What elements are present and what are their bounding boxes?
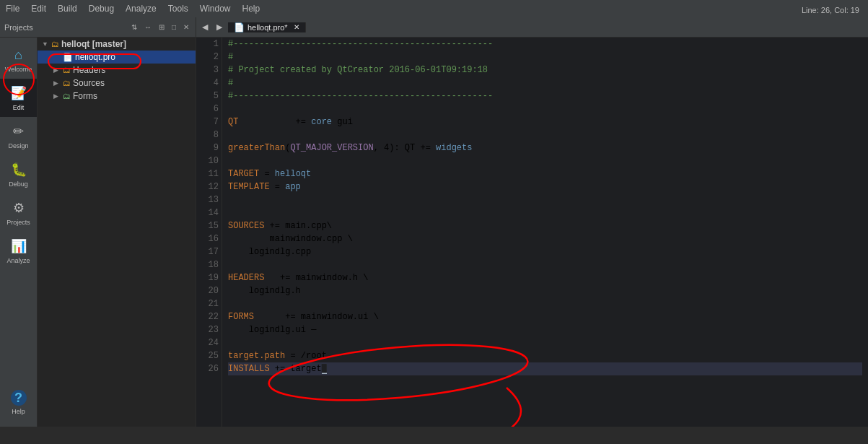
- sidebar-label-projects: Projects: [6, 219, 30, 226]
- code-line[interactable]: HEADERS += mainwindow.h \: [228, 271, 862, 284]
- sidebar-item-projects[interactable]: ⚙ Projects: [0, 193, 37, 232]
- line-number: 4: [199, 77, 219, 90]
- code-line[interactable]: [228, 193, 862, 206]
- line-number: 7: [199, 116, 219, 129]
- headers-arrow-icon: ▶: [53, 66, 61, 74]
- menu-edit[interactable]: Edit: [25, 2, 52, 15]
- menu-build[interactable]: Build: [52, 2, 83, 15]
- debug-icon: 🐛: [10, 161, 27, 178]
- help-icon: ?: [11, 390, 27, 406]
- code-line[interactable]: QT += core gui: [228, 116, 862, 129]
- code-line[interactable]: [228, 258, 862, 271]
- sidebar-label-analyze: Analyze: [6, 257, 30, 264]
- tree-node-root[interactable]: ▼ 🗂 helloqt [master]: [38, 38, 196, 51]
- line-number: 21: [199, 297, 219, 310]
- tree-node-forms[interactable]: ▶ 🗂 Forms: [38, 90, 196, 103]
- tab-label: helloqt.pro*: [247, 23, 288, 32]
- line-number: 8: [199, 129, 219, 142]
- line-number: 14: [199, 206, 219, 219]
- sidebar-item-analyze[interactable]: 📊 Analyze: [0, 232, 37, 270]
- statusbar: Line: 26, Col: 19: [793, 0, 868, 20]
- menu-help[interactable]: Help: [237, 2, 266, 15]
- tree-node-sources[interactable]: ▶ 🗂 Sources: [38, 77, 196, 90]
- code-line[interactable]: #---------------------------------------…: [228, 38, 862, 51]
- code-line[interactable]: greaterThan(QT_MAJOR_VERSION, 4): QT += …: [228, 142, 862, 154]
- sidebar-label-design: Design: [8, 142, 28, 149]
- code-line[interactable]: TEMPLATE = app: [228, 180, 862, 193]
- tab-close-btn[interactable]: ✕: [294, 23, 299, 31]
- code-line[interactable]: logindlg.ui —: [228, 323, 862, 336]
- line-number: 19: [199, 271, 219, 284]
- line-number: 5: [199, 90, 219, 103]
- sidebar-item-help[interactable]: ? Help: [0, 384, 37, 421]
- menubar: File Edit Build Debug Analyze Tools Wind…: [0, 0, 868, 17]
- tab-nav-right-btn[interactable]: ▶: [214, 21, 225, 33]
- tree-node-helloqt-pro-label: helloqt.pro: [75, 52, 115, 62]
- code-line[interactable]: [228, 206, 862, 219]
- line-number: 22: [199, 310, 219, 323]
- menu-analyze[interactable]: Analyze: [120, 2, 162, 15]
- code-line[interactable]: TARGET = helloqt: [228, 167, 862, 180]
- code-line[interactable]: SOURCES += main.cpp\: [228, 219, 862, 232]
- line-number: 18: [199, 258, 219, 271]
- root-arrow-icon: ▼: [42, 40, 49, 48]
- code-line[interactable]: target.path = /root: [228, 349, 862, 362]
- code-line[interactable]: #---------------------------------------…: [228, 90, 862, 103]
- close-panel-x-btn[interactable]: ✕: [181, 22, 191, 32]
- folder-sources-icon: 🗂: [63, 79, 71, 87]
- tree-node-headers-label: Headers: [73, 65, 105, 75]
- code-line[interactable]: [228, 336, 862, 349]
- line-number: 2: [199, 51, 219, 64]
- code-line[interactable]: #: [228, 77, 862, 90]
- menu-file[interactable]: File: [0, 2, 25, 15]
- sidebar-item-welcome[interactable]: ⌂ Welcome: [0, 40, 37, 79]
- code-line[interactable]: [228, 297, 862, 310]
- sidebar-label-edit: Edit: [13, 104, 25, 111]
- sidebar-item-debug[interactable]: 🐛 Debug: [0, 155, 37, 193]
- code-line[interactable]: logindlg.cpp: [228, 245, 862, 258]
- tree-node-headers[interactable]: ▶ 🗂 Headers: [38, 64, 196, 77]
- expand-btn[interactable]: ⊞: [157, 22, 167, 32]
- sync-btn[interactable]: ↔: [142, 22, 154, 32]
- line-number: 10: [199, 154, 219, 167]
- code-line[interactable]: # Project created by QtCreator 2016-06-0…: [228, 64, 862, 77]
- sidebar-item-design[interactable]: ✏ Design: [0, 117, 37, 155]
- line-number: 1: [199, 38, 219, 51]
- folder-headers-icon: 🗂: [63, 66, 71, 74]
- editor-area[interactable]: 1234567891011121314151617181920212223242…: [196, 38, 868, 427]
- code-line[interactable]: mainwindow.cpp \: [228, 232, 862, 245]
- code-line[interactable]: logindlg.h: [228, 284, 862, 297]
- projects-panel-label: Projects: [4, 23, 33, 32]
- line-number: 24: [199, 336, 219, 349]
- sidebar-label-welcome: Welcome: [5, 66, 32, 73]
- line-number: 20: [199, 284, 219, 297]
- line-number: 12: [199, 180, 219, 193]
- line-number: 9: [199, 142, 219, 154]
- welcome-icon: ⌂: [10, 46, 27, 64]
- file-tree-panel: ▼ 🗂 helloqt [master] 📄 helloqt.pro ▶ 🗂 H…: [38, 38, 196, 427]
- sidebar-label-help: Help: [12, 408, 25, 415]
- code-lines[interactable]: #---------------------------------------…: [222, 38, 868, 427]
- code-line[interactable]: [228, 103, 862, 116]
- code-line[interactable]: [228, 129, 862, 142]
- menu-window[interactable]: Window: [194, 2, 237, 15]
- line-number: 17: [199, 245, 219, 258]
- close-panel-btn[interactable]: □: [170, 22, 178, 32]
- pro-file-icon: 📄: [63, 53, 73, 62]
- menu-debug[interactable]: Debug: [83, 2, 120, 15]
- analyze-icon: 📊: [10, 238, 27, 255]
- code-line[interactable]: INSTALLS += target█: [228, 362, 862, 375]
- tree-node-forms-label: Forms: [73, 91, 97, 101]
- code-line[interactable]: FORMS += mainwindow.ui \: [228, 310, 862, 323]
- edit-icon: 📝: [10, 84, 27, 102]
- code-line[interactable]: #: [228, 51, 862, 64]
- line-numbers: 1234567891011121314151617181920212223242…: [196, 38, 222, 427]
- tab-nav-left-btn[interactable]: ◀: [199, 21, 211, 33]
- sidebar-item-edit[interactable]: 📝 Edit: [0, 79, 37, 117]
- menu-tools[interactable]: Tools: [162, 2, 194, 15]
- filter-btn[interactable]: ⇅: [129, 22, 139, 32]
- tree-node-helloqt-pro[interactable]: 📄 helloqt.pro: [38, 51, 196, 64]
- tab-helloqt-pro[interactable]: 📄 helloqt.pro* ✕: [228, 22, 306, 32]
- code-line[interactable]: [228, 154, 862, 167]
- line-number: 15: [199, 219, 219, 232]
